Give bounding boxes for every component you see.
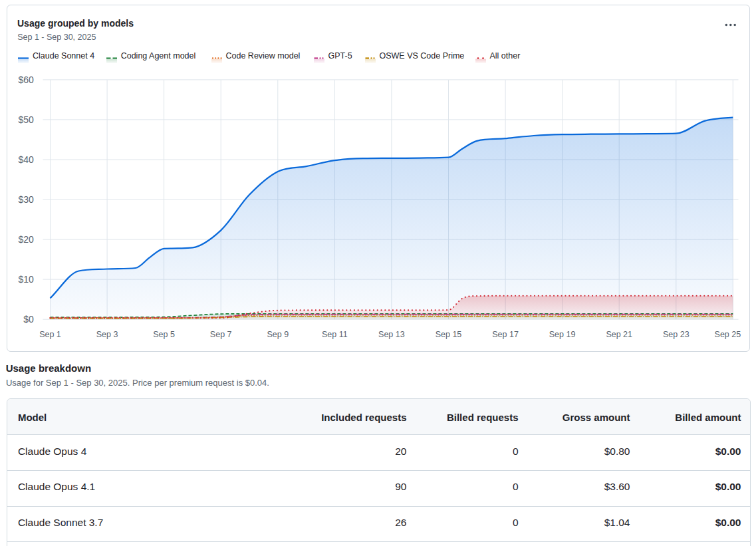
svg-text:Sep 1: Sep 1 <box>39 330 61 339</box>
svg-text:Sep 5: Sep 5 <box>153 330 175 339</box>
svg-text:Sep 17: Sep 17 <box>492 330 519 339</box>
svg-text:Sep 19: Sep 19 <box>549 330 576 339</box>
svg-text:Sep 9: Sep 9 <box>267 330 289 339</box>
svg-text:$30: $30 <box>18 194 34 205</box>
svg-text:Sep 13: Sep 13 <box>378 330 405 339</box>
svg-text:Sep 3: Sep 3 <box>96 330 118 339</box>
svg-text:$60: $60 <box>18 74 34 85</box>
svg-text:Sep 11: Sep 11 <box>322 330 348 339</box>
svg-text:$0: $0 <box>23 314 34 325</box>
svg-text:$10: $10 <box>18 274 34 285</box>
svg-text:$40: $40 <box>18 154 34 165</box>
svg-text:Sep 25: Sep 25 <box>715 330 741 339</box>
svg-text:Sep 23: Sep 23 <box>663 330 690 339</box>
svg-text:$50: $50 <box>18 114 34 125</box>
svg-text:Sep 21: Sep 21 <box>606 330 632 339</box>
svg-text:$20: $20 <box>18 234 34 245</box>
svg-text:Sep 15: Sep 15 <box>436 330 462 339</box>
svg-text:Sep 7: Sep 7 <box>210 330 232 339</box>
